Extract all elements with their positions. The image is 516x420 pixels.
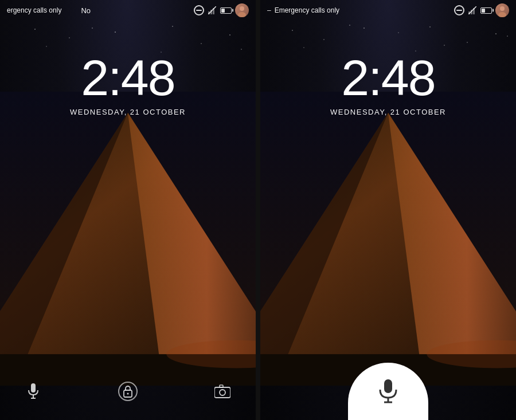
svg-rect-32 — [384, 379, 392, 393]
battery-icon-right — [480, 7, 492, 14]
clock-date-left: WEDNESDAY, 21 OCTOBER — [70, 108, 186, 116]
svg-point-31 — [498, 12, 506, 17]
mic-button-left[interactable] — [23, 381, 44, 402]
no-signal-icon-right — [468, 6, 477, 15]
dash-prefix-right: – — [267, 6, 271, 14]
pyramid-image-left — [0, 92, 256, 386]
clock-time-right: 2:48 — [341, 53, 435, 103]
emergency-calls-text-right: Emergency calls only — [275, 6, 339, 14]
svg-point-16 — [127, 393, 129, 395]
svg-point-11 — [238, 12, 246, 17]
clock-time-left: 2:48 — [81, 53, 174, 103]
status-bar-right: – Emergency calls only — [260, 0, 516, 18]
avatar-right — [495, 3, 509, 17]
emergency-calls-text-left: ergency calls only — [7, 6, 61, 14]
svg-rect-19 — [220, 385, 223, 387]
screen-divider — [256, 0, 260, 420]
clock-area-right: 2:48 WEDNESDAY, 21 OCTOBER — [260, 53, 516, 116]
bottom-bar-left — [0, 374, 256, 420]
left-phone-screen: ergency calls only No — [0, 0, 256, 420]
svg-point-10 — [240, 6, 244, 11]
status-left-area-right: – Emergency calls only — [267, 6, 339, 14]
lock-button-left[interactable] — [118, 382, 138, 401]
notification-label-left: No — [81, 6, 91, 15]
svg-rect-12 — [31, 383, 36, 392]
right-phone-screen: – Emergency calls only — [260, 0, 516, 420]
status-right-area-right — [454, 3, 509, 17]
status-right-area-left — [194, 3, 249, 17]
dnd-icon-right — [454, 5, 464, 15]
svg-rect-17 — [214, 387, 230, 398]
svg-point-30 — [500, 6, 505, 11]
pyramid-image-right — [260, 92, 516, 386]
dnd-icon-left — [194, 5, 204, 15]
svg-point-18 — [220, 390, 225, 395]
clock-area-left: 2:48 WEDNESDAY, 21 OCTOBER — [0, 53, 256, 116]
avatar-left — [235, 3, 249, 17]
no-signal-icon-left — [208, 6, 217, 15]
camera-button-left[interactable] — [212, 381, 233, 402]
status-bar-left: ergency calls only No — [0, 0, 256, 18]
battery-icon-left — [220, 7, 232, 14]
status-left-area: ergency calls only No — [7, 6, 91, 15]
mic-icon-bubble — [378, 379, 398, 403]
clock-date-right: WEDNESDAY, 21 OCTOBER — [330, 108, 446, 116]
